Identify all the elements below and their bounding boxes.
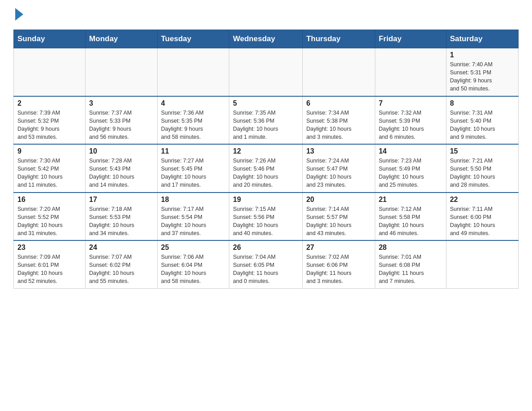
logo-arrow-icon [15,8,23,21]
day-number: 27 [306,244,371,252]
day-info: Sunrise: 7:39 AMSunset: 5:32 PMDaylight:… [17,109,82,141]
calendar-day-cell: 2Sunrise: 7:39 AMSunset: 5:32 PMDaylight… [14,96,86,145]
day-number: 23 [17,244,82,252]
calendar-day-cell: 19Sunrise: 7:15 AMSunset: 5:56 PMDayligh… [229,193,303,241]
calendar-day-cell [157,48,229,96]
day-info: Sunrise: 7:07 AMSunset: 6:02 PMDaylight:… [89,253,153,286]
calendar-day-cell: 10Sunrise: 7:28 AMSunset: 5:43 PMDayligh… [86,144,157,193]
calendar-day-cell: 12Sunrise: 7:26 AMSunset: 5:46 PMDayligh… [229,144,303,193]
day-number: 1 [450,51,515,59]
day-number: 18 [161,196,226,204]
calendar-day-cell: 9Sunrise: 7:30 AMSunset: 5:42 PMDaylight… [14,144,86,193]
calendar-day-cell: 16Sunrise: 7:20 AMSunset: 5:52 PMDayligh… [14,193,86,241]
column-header-saturday: Saturday [446,30,518,48]
day-info: Sunrise: 7:23 AMSunset: 5:49 PMDaylight:… [379,157,442,189]
day-number: 4 [161,99,226,107]
calendar-day-cell: 7Sunrise: 7:32 AMSunset: 5:39 PMDaylight… [375,96,446,145]
calendar-day-cell [302,48,375,96]
day-number: 16 [17,196,82,204]
calendar-day-cell: 26Sunrise: 7:04 AMSunset: 6:05 PMDayligh… [229,240,303,288]
column-header-friday: Friday [375,30,446,48]
day-info: Sunrise: 7:17 AMSunset: 5:54 PMDaylight:… [161,205,226,238]
day-number: 21 [379,196,442,204]
day-info: Sunrise: 7:36 AMSunset: 5:35 PMDaylight:… [161,109,226,141]
day-info: Sunrise: 7:15 AMSunset: 5:56 PMDaylight:… [233,205,299,238]
calendar-day-cell: 24Sunrise: 7:07 AMSunset: 6:02 PMDayligh… [86,240,157,288]
day-info: Sunrise: 7:01 AMSunset: 6:08 PMDaylight:… [379,253,442,286]
day-number: 9 [17,147,82,155]
calendar-day-cell [14,48,86,96]
calendar-week-row: 2Sunrise: 7:39 AMSunset: 5:32 PMDaylight… [14,96,519,145]
day-number: 7 [379,99,442,107]
day-info: Sunrise: 7:26 AMSunset: 5:46 PMDaylight:… [233,157,299,189]
column-header-tuesday: Tuesday [157,30,229,48]
calendar-day-cell: 4Sunrise: 7:36 AMSunset: 5:35 PMDaylight… [157,96,229,145]
day-number: 10 [89,147,153,155]
day-info: Sunrise: 7:02 AMSunset: 6:06 PMDaylight:… [306,253,371,286]
day-number: 17 [89,196,153,204]
column-header-thursday: Thursday [302,30,375,48]
day-number: 15 [450,147,515,155]
page-header [13,9,519,21]
day-number: 28 [379,244,442,252]
calendar-day-cell: 3Sunrise: 7:37 AMSunset: 5:33 PMDaylight… [86,96,157,145]
day-info: Sunrise: 7:40 AMSunset: 5:31 PMDaylight:… [450,60,515,93]
column-header-monday: Monday [86,30,157,48]
calendar-day-cell: 18Sunrise: 7:17 AMSunset: 5:54 PMDayligh… [157,193,229,241]
calendar-day-cell: 6Sunrise: 7:34 AMSunset: 5:38 PMDaylight… [302,96,375,145]
calendar-day-cell: 8Sunrise: 7:31 AMSunset: 5:40 PMDaylight… [446,96,518,145]
day-number: 2 [17,99,82,107]
calendar-day-cell: 28Sunrise: 7:01 AMSunset: 6:08 PMDayligh… [375,240,446,288]
calendar-day-cell: 20Sunrise: 7:14 AMSunset: 5:57 PMDayligh… [302,193,375,241]
calendar-day-cell: 13Sunrise: 7:24 AMSunset: 5:47 PMDayligh… [302,144,375,193]
calendar-day-cell: 23Sunrise: 7:09 AMSunset: 6:01 PMDayligh… [14,240,86,288]
day-info: Sunrise: 7:30 AMSunset: 5:42 PMDaylight:… [17,157,82,189]
day-number: 24 [89,244,153,252]
calendar-week-row: 23Sunrise: 7:09 AMSunset: 6:01 PMDayligh… [14,240,519,288]
calendar-header-row: SundayMondayTuesdayWednesdayThursdayFrid… [14,30,519,48]
day-number: 19 [233,196,299,204]
day-number: 11 [161,147,226,155]
day-number: 20 [306,196,371,204]
day-number: 25 [161,244,226,252]
calendar-day-cell [229,48,303,96]
calendar-day-cell: 22Sunrise: 7:11 AMSunset: 6:00 PMDayligh… [446,193,518,241]
calendar-day-cell [375,48,446,96]
calendar-day-cell: 27Sunrise: 7:02 AMSunset: 6:06 PMDayligh… [302,240,375,288]
calendar-day-cell: 25Sunrise: 7:06 AMSunset: 6:04 PMDayligh… [157,240,229,288]
column-header-wednesday: Wednesday [229,30,303,48]
day-info: Sunrise: 7:34 AMSunset: 5:38 PMDaylight:… [306,109,371,141]
calendar-day-cell [446,240,518,288]
day-info: Sunrise: 7:28 AMSunset: 5:43 PMDaylight:… [89,157,153,189]
calendar-week-row: 9Sunrise: 7:30 AMSunset: 5:42 PMDaylight… [14,144,519,193]
day-info: Sunrise: 7:14 AMSunset: 5:57 PMDaylight:… [306,205,371,238]
day-info: Sunrise: 7:32 AMSunset: 5:39 PMDaylight:… [379,109,442,141]
day-number: 8 [450,99,515,107]
day-info: Sunrise: 7:04 AMSunset: 6:05 PMDaylight:… [233,253,299,286]
day-info: Sunrise: 7:24 AMSunset: 5:47 PMDaylight:… [306,157,371,189]
day-info: Sunrise: 7:11 AMSunset: 6:00 PMDaylight:… [450,205,515,238]
day-number: 13 [306,147,371,155]
day-number: 14 [379,147,442,155]
day-info: Sunrise: 7:37 AMSunset: 5:33 PMDaylight:… [89,109,153,141]
day-info: Sunrise: 7:27 AMSunset: 5:45 PMDaylight:… [161,157,226,189]
day-info: Sunrise: 7:20 AMSunset: 5:52 PMDaylight:… [17,205,82,238]
day-info: Sunrise: 7:31 AMSunset: 5:40 PMDaylight:… [450,109,515,141]
day-info: Sunrise: 7:18 AMSunset: 5:53 PMDaylight:… [89,205,153,238]
logo [13,9,23,21]
column-header-sunday: Sunday [14,30,86,48]
calendar-week-row: 1Sunrise: 7:40 AMSunset: 5:31 PMDaylight… [14,48,519,96]
day-info: Sunrise: 7:09 AMSunset: 6:01 PMDaylight:… [17,253,82,286]
day-number: 22 [450,196,515,204]
calendar-day-cell: 5Sunrise: 7:35 AMSunset: 5:36 PMDaylight… [229,96,303,145]
calendar-week-row: 16Sunrise: 7:20 AMSunset: 5:52 PMDayligh… [14,193,519,241]
day-number: 26 [233,244,299,252]
day-info: Sunrise: 7:06 AMSunset: 6:04 PMDaylight:… [161,253,226,286]
day-number: 12 [233,147,299,155]
day-info: Sunrise: 7:21 AMSunset: 5:50 PMDaylight:… [450,157,515,189]
calendar-day-cell: 1Sunrise: 7:40 AMSunset: 5:31 PMDaylight… [446,48,518,96]
calendar-day-cell [86,48,157,96]
day-info: Sunrise: 7:12 AMSunset: 5:58 PMDaylight:… [379,205,442,238]
day-info: Sunrise: 7:35 AMSunset: 5:36 PMDaylight:… [233,109,299,141]
calendar-day-cell: 14Sunrise: 7:23 AMSunset: 5:49 PMDayligh… [375,144,446,193]
